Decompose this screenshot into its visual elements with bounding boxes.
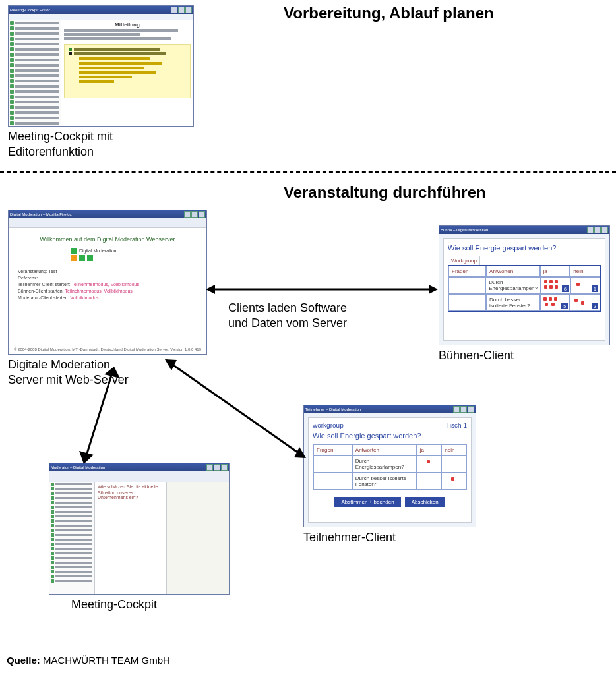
panel-meeting-cockpit-editor: Meeting-Cockpit Editor /*rows generated … <box>8 5 194 127</box>
section1-title: Vorbereitung, Ablauf planen <box>284 4 494 22</box>
titlebar: Digital Moderation – Mozilla Firefox <box>9 210 206 218</box>
col-nein: nein <box>570 266 600 277</box>
tab-workgroup[interactable]: Workgroup <box>448 256 480 265</box>
titlebar: Meeting-Cockpit Editor <box>9 6 193 14</box>
toolbar <box>49 471 229 483</box>
diagram-page: Vorbereitung, Ablauf planen Meeting-Cock… <box>0 0 616 675</box>
count-badge: 5 <box>561 303 568 309</box>
maximize-icon[interactable] <box>178 7 185 13</box>
group-label: workgroup <box>313 422 344 429</box>
minimize-icon[interactable] <box>587 227 594 233</box>
section2-title: Veranstaltung durchführen <box>284 183 486 202</box>
svg-line-6 <box>86 373 112 457</box>
arrow-server-participant <box>164 356 307 461</box>
count-badge: 2 <box>592 303 598 309</box>
count-badge: 1 <box>592 285 598 292</box>
vote-nein[interactable] <box>441 455 466 473</box>
footer-left: © 2004-2008 Digital Moderation, MTI-Darm… <box>14 347 123 351</box>
link-start-moderator[interactable]: Vollbildmodus <box>70 295 98 300</box>
page-heading: Willkommen auf dem Digital Moderation We… <box>18 236 197 243</box>
titlebar: Teilnehmer – Digital Moderation <box>304 405 476 413</box>
panel5-caption: Meeting-Cockpit <box>71 597 157 612</box>
logo-square-icon <box>71 248 77 254</box>
minimize-icon[interactable] <box>453 406 460 413</box>
panel-participant-client: Teilnehmer – Digital Moderation workgrou… <box>303 405 476 527</box>
vote-ja[interactable] <box>417 455 442 473</box>
close-icon[interactable] <box>199 211 205 218</box>
table-label: Tisch 1 <box>446 422 467 429</box>
panel-stage-client: Bühne – Digital Moderation Wie soll Ener… <box>439 225 610 345</box>
browser-toolbar <box>9 218 206 228</box>
logo-block: Digital Moderation <box>71 248 144 261</box>
answer-cell: Durch Energiesparlampen? <box>352 455 417 473</box>
panel-web-server: Digital Moderation – Mozilla Firefox Wil… <box>8 210 207 355</box>
minimize-icon[interactable] <box>206 464 213 471</box>
maximize-icon[interactable] <box>460 406 467 413</box>
minimize-icon[interactable] <box>171 7 177 13</box>
sticky-note <box>64 44 191 98</box>
nein-cell: 2 <box>570 294 600 311</box>
panel3-caption: Bühnen-Client <box>439 348 514 363</box>
connector-label: Clients laden Software und Daten vom Ser… <box>228 301 347 332</box>
panel-meeting-cockpit: Moderator – Digital Moderation Wie schät… <box>49 463 230 595</box>
window-title: Moderator – Digital Moderation <box>51 465 105 469</box>
close-icon[interactable] <box>185 7 192 13</box>
window-title: Teilnehmer – Digital Moderation <box>305 407 361 411</box>
close-icon[interactable] <box>468 406 474 413</box>
arrow-server-stage <box>206 279 438 299</box>
nein-cell: 1 <box>570 277 600 294</box>
btn-submit-and-close[interactable]: Abstimmen + beenden <box>334 497 400 507</box>
window-title: Digital Moderation – Mozilla Firefox <box>10 212 72 216</box>
window-title: Bühne – Digital Moderation <box>441 228 488 232</box>
count-badge: 6 <box>562 285 569 292</box>
col-antworten: Antworten <box>486 266 539 277</box>
preview-pane: Wie schätzen Sie die aktuelle Situation … <box>95 482 167 594</box>
maximize-icon[interactable] <box>594 227 601 233</box>
agenda-sidebar <box>49 482 95 594</box>
close-icon[interactable] <box>601 227 608 233</box>
svg-marker-7 <box>104 367 120 378</box>
link-start-participant[interactable]: Teilnehmermodus, Vollbildmodus <box>72 282 139 287</box>
vote-ja[interactable] <box>417 473 442 490</box>
link-start-stage[interactable]: Teilnehmermodus, Vollbildmodus <box>65 289 132 293</box>
ja-cell: 5 <box>540 294 570 311</box>
answer-cell: Durch besser isolierte Fenster? <box>486 294 539 311</box>
panel4-caption: Teilnehmer-Client <box>303 530 396 545</box>
titlebar: Moderator – Digital Moderation <box>49 463 229 471</box>
maximize-icon[interactable] <box>214 464 220 471</box>
panel1-caption: Meeting-Cockpit mit Editorenfunktion <box>8 129 113 159</box>
question: Wie soll Energie gespart werden? <box>448 244 601 252</box>
arrow-server-cockpit <box>73 367 132 464</box>
close-icon[interactable] <box>221 464 228 471</box>
col-fragen: Fragen <box>448 266 486 277</box>
server-info: Veranstaltung: Test Referenz: Teilnehmer… <box>18 269 197 300</box>
editor-main: Mitteilung <box>61 20 193 126</box>
vote-table: Fragen Antworten ja nein Durch Energiesp… <box>313 444 467 490</box>
svg-marker-5 <box>294 447 306 458</box>
logo-square-icon <box>71 255 77 261</box>
btn-submit[interactable]: Abschicken <box>405 497 445 507</box>
agenda-sidebar: /*rows generated below*/ <box>9 20 62 126</box>
question: Wie soll Energie gespart werden? <box>313 432 467 440</box>
svg-marker-1 <box>206 285 215 294</box>
titlebar: Bühne – Digital Moderation <box>439 226 609 234</box>
form-header: Mitteilung <box>64 22 191 28</box>
svg-marker-4 <box>165 359 177 370</box>
minimize-icon[interactable] <box>184 211 191 218</box>
window-controls <box>171 7 192 13</box>
col-ja: ja <box>540 266 570 277</box>
window-title: Meeting-Cockpit Editor <box>10 8 50 12</box>
maximize-icon[interactable] <box>191 211 198 218</box>
svg-line-3 <box>171 364 299 454</box>
footer-right: Digital Moderation Server, Version 1.0.0… <box>124 347 201 351</box>
answer-cell: Durch Energiesparlampen? <box>485 277 541 294</box>
ja-cell: 6 <box>541 277 570 294</box>
answer-cell: Durch besser isolierte Fenster? <box>352 473 417 490</box>
svg-marker-8 <box>79 451 94 464</box>
vote-nein[interactable] <box>441 473 466 490</box>
stage-preview <box>167 482 229 594</box>
section-divider <box>0 171 616 173</box>
results-table: Fragen Antworten ja nein Durch Energiesp… <box>448 265 601 312</box>
source-line: Quelle: MACHWÜRTH TEAM GmbH <box>7 655 170 666</box>
svg-marker-2 <box>429 285 438 294</box>
